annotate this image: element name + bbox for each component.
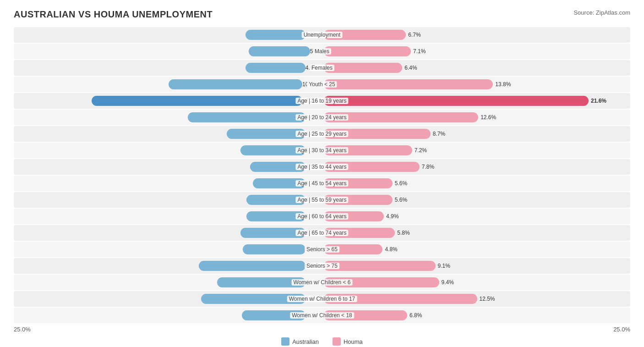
bar-blue bbox=[246, 63, 306, 73]
axis-row: 25.0% 25.0% bbox=[14, 326, 630, 333]
bar-label: Age | 25 to 29 years bbox=[295, 131, 348, 137]
axis-left: 25.0% bbox=[14, 326, 31, 333]
bar-row: 8.7% Seniors > 75 9.1% bbox=[14, 258, 630, 274]
bar-value-right: 12.5% bbox=[480, 296, 495, 302]
bar-label: Age | 55 to 59 years bbox=[295, 197, 348, 203]
bar-section-left: 10.9% bbox=[14, 78, 322, 91]
legend-label-australian: Australian bbox=[292, 338, 319, 345]
bar-section-right: 6.4% bbox=[322, 61, 630, 74]
bar-value-right: 6.8% bbox=[409, 312, 422, 319]
bar-section-right: 12.6% bbox=[322, 111, 630, 124]
bar-section-right: 7.8% bbox=[322, 160, 630, 173]
bar-section-right: 5.8% bbox=[322, 226, 630, 239]
bar-row: 4.5% Age | 35 to 44 years 7.8% bbox=[14, 159, 630, 175]
legend: Australian Houma bbox=[14, 337, 630, 346]
bar-blue bbox=[169, 79, 302, 89]
bar-blue bbox=[243, 244, 305, 254]
bar-row: 4.8% Age | 60 to 64 years 4.9% bbox=[14, 209, 630, 224]
bar-label: Age | 35 to 44 years bbox=[295, 164, 348, 170]
bar-section-right: 5.6% bbox=[322, 177, 630, 190]
bar-label: Women w/ Children < 6 bbox=[292, 279, 353, 286]
bar-label: Females bbox=[310, 65, 334, 71]
bar-row: 4.9% Unemployment 6.7% bbox=[14, 27, 630, 43]
bar-section-left: 8.5% bbox=[14, 292, 322, 305]
bar-section-left: 7.2% bbox=[14, 276, 322, 289]
bar-value-right: 8.7% bbox=[433, 131, 445, 137]
bar-label: Age | 30 to 34 years bbox=[295, 147, 348, 154]
bar-pink bbox=[324, 46, 411, 56]
bar-value-right: 12.6% bbox=[480, 114, 496, 121]
bar-row: 9.6% Age | 20 to 24 years 12.6% bbox=[14, 110, 630, 125]
bar-row: 5.3% Age | 65 to 74 years 5.8% bbox=[14, 225, 630, 241]
bar-value-right: 6.4% bbox=[404, 65, 417, 71]
bar-value-right: 9.4% bbox=[442, 279, 454, 286]
bar-section-right: 6.8% bbox=[322, 309, 630, 322]
bar-label: Age | 60 to 64 years bbox=[295, 213, 348, 220]
bar-section-left: 4.3% bbox=[14, 177, 322, 190]
chart-container: AUSTRALIAN VS HOUMA UNEMPLOYMENT Source:… bbox=[14, 9, 630, 346]
bar-label: Age | 20 to 24 years bbox=[295, 114, 348, 121]
bar-section-right: 5.6% bbox=[322, 193, 630, 206]
axis-right: 25.0% bbox=[613, 326, 630, 333]
bar-row: 7.2% Women w/ Children < 6 9.4% bbox=[14, 275, 630, 290]
bar-label: Unemployment bbox=[302, 32, 343, 38]
chart-title: AUSTRALIAN VS HOUMA UNEMPLOYMENT bbox=[14, 9, 213, 20]
bar-section-left: 5.3% bbox=[14, 144, 322, 157]
bar-row: 5.3% Age | 30 to 34 years 7.2% bbox=[14, 143, 630, 158]
legend-item-houma: Houma bbox=[333, 337, 363, 346]
chart-body: 4.9% Unemployment 6.7% 5% Males 7.1% 4.9… bbox=[14, 27, 630, 323]
bar-section-left: 4.5% bbox=[14, 160, 322, 173]
bar-blue bbox=[188, 112, 306, 122]
bar-value-right: 21.6% bbox=[591, 98, 606, 104]
bar-value-right: 6.7% bbox=[408, 32, 420, 38]
bar-section-left: 4.9% bbox=[14, 28, 322, 41]
bar-pink bbox=[324, 96, 589, 106]
bar-section-left: 8.7% bbox=[14, 259, 322, 272]
bar-blue bbox=[249, 46, 310, 56]
legend-swatch-houma bbox=[333, 337, 341, 346]
legend-item-australian: Australian bbox=[281, 337, 319, 346]
bar-section-left: 4.8% bbox=[14, 193, 322, 206]
bar-section-right: 21.6% bbox=[322, 94, 630, 107]
bar-label: Age | 65 to 74 years bbox=[295, 230, 348, 236]
bar-row: 4.8% Age | 55 to 59 years 5.6% bbox=[14, 192, 630, 208]
bar-label: Youth < 25 bbox=[307, 81, 337, 88]
bar-row: 10.9% Youth < 25 13.8% bbox=[14, 77, 630, 92]
bar-value-right: 4.8% bbox=[385, 246, 397, 253]
bar-section-right: 7.2% bbox=[322, 144, 630, 157]
bar-value-right: 5.8% bbox=[397, 230, 409, 236]
bar-value-right: 9.1% bbox=[438, 263, 450, 269]
bar-section-left: 5.3% bbox=[14, 226, 322, 239]
bar-section-left: 4.8% bbox=[14, 210, 322, 223]
bar-section-right: 12.5% bbox=[322, 292, 630, 305]
bar-section-left: 5% bbox=[14, 45, 322, 58]
bar-section-right: 13.8% bbox=[322, 78, 630, 91]
bar-label: Women w/ Children < 18 bbox=[290, 312, 354, 319]
bar-value-right: 7.2% bbox=[415, 147, 427, 154]
bar-section-left: 5.1% bbox=[14, 243, 322, 256]
bar-value-right: 5.6% bbox=[395, 180, 407, 187]
bar-value-right: 5.6% bbox=[395, 197, 407, 203]
bar-section-right: 9.4% bbox=[322, 276, 630, 289]
bar-label: Males bbox=[313, 48, 331, 55]
bar-row: 5.2% Women w/ Children < 18 6.8% bbox=[14, 308, 630, 323]
bar-label: Women w/ Children 6 to 17 bbox=[287, 296, 357, 302]
bar-pink bbox=[324, 261, 436, 271]
bar-value-right: 13.8% bbox=[495, 81, 511, 88]
bar-section-right: 7.1% bbox=[322, 45, 630, 58]
bar-blue bbox=[199, 261, 306, 271]
bar-section-right: 4.9% bbox=[322, 210, 630, 223]
bar-value-right: 4.9% bbox=[386, 213, 398, 220]
bar-blue bbox=[246, 30, 306, 40]
bar-row: 8.5% Women w/ Children 6 to 17 12.5% bbox=[14, 291, 630, 307]
bar-value-right: 7.8% bbox=[422, 164, 434, 170]
legend-swatch-australian bbox=[281, 337, 289, 346]
bar-row: 5.1% Seniors > 65 4.8% bbox=[14, 242, 630, 257]
bar-section-right: 6.7% bbox=[322, 28, 630, 41]
bar-row: 17.2% Age | 16 to 19 years 21.6% bbox=[14, 93, 630, 109]
bar-row: 5% Males 7.1% bbox=[14, 44, 630, 59]
bar-row: 4.3% Age | 45 to 54 years 5.6% bbox=[14, 176, 630, 191]
bar-blue bbox=[92, 96, 302, 106]
bar-pink bbox=[324, 63, 402, 73]
bar-section-left: 5.2% bbox=[14, 309, 322, 322]
